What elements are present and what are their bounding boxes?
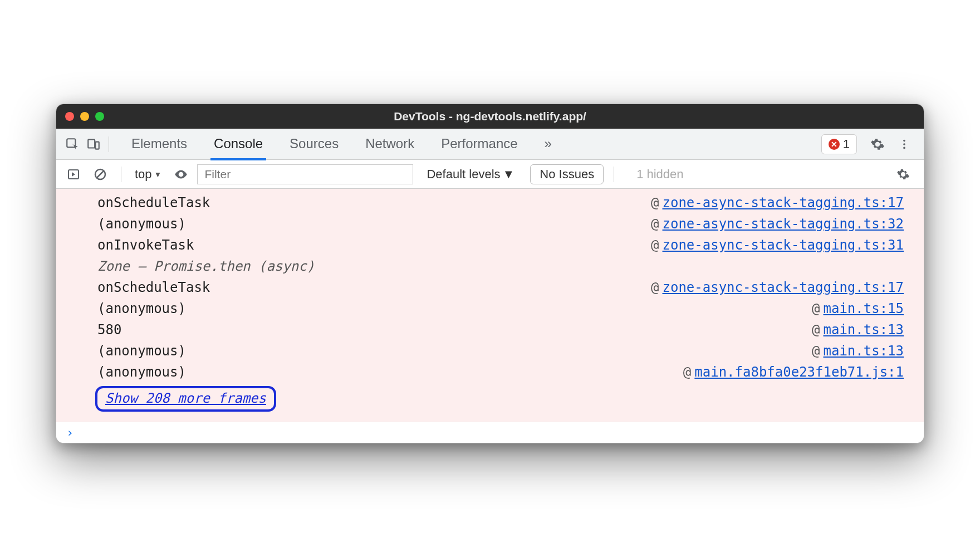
zoom-window-icon[interactable] [95, 112, 104, 121]
source-location-link[interactable]: main.ts:13 [824, 322, 904, 338]
stack-frame-location: @zone-async-stack-tagging.ts:32 [651, 216, 904, 232]
error-stack-trace: onScheduleTask@zone-async-stack-tagging.… [56, 189, 924, 422]
svg-rect-2 [95, 141, 99, 149]
close-window-icon[interactable] [65, 112, 74, 121]
hidden-messages-count: 1 hidden [636, 167, 683, 182]
svg-point-3 [903, 139, 905, 141]
stack-frame: onInvokeTask@zone-async-stack-tagging.ts… [56, 235, 924, 256]
tab-sources[interactable]: Sources [286, 129, 342, 159]
source-location-link[interactable]: zone-async-stack-tagging.ts:17 [663, 195, 904, 211]
context-selector[interactable]: top ▼ [131, 165, 165, 184]
clear-console-icon[interactable] [90, 164, 111, 185]
stack-frame: (anonymous)@main.fa8bfa0e23f1eb71.js:1 [56, 362, 924, 383]
stack-frame-function: onScheduleTask [97, 195, 651, 211]
svg-point-5 [903, 146, 905, 149]
tab-performance[interactable]: Performance [438, 129, 521, 159]
source-location-link[interactable]: zone-async-stack-tagging.ts:17 [663, 280, 904, 295]
chevron-down-icon: ▼ [503, 167, 515, 182]
devtools-tabbar: Elements Console Sources Network Perform… [56, 129, 924, 160]
console-messages: onScheduleTask@zone-async-stack-tagging.… [56, 189, 924, 443]
stack-frame-function: onScheduleTask [97, 280, 651, 295]
stack-frame-function: (anonymous) [97, 343, 812, 359]
issues-button[interactable]: No Issues [530, 164, 604, 184]
error-count-badge[interactable]: ✕ 1 [821, 134, 857, 154]
toggle-sidebar-icon[interactable] [63, 164, 84, 185]
svg-point-4 [903, 143, 905, 145]
stack-frame: Zone — Promise.then (async) [56, 256, 924, 277]
stack-frame-location: @main.ts:13 [812, 343, 904, 359]
svg-line-8 [97, 171, 104, 178]
stack-frame-function: onInvokeTask [97, 237, 651, 253]
window-titlebar: DevTools - ng-devtools.netlify.app/ [56, 104, 924, 129]
tab-elements[interactable]: Elements [128, 129, 190, 159]
console-settings-gear-icon[interactable] [893, 164, 914, 185]
error-icon: ✕ [829, 139, 840, 150]
at-symbol: @ [812, 301, 820, 316]
context-label: top [135, 167, 152, 182]
kebab-menu-icon[interactable] [894, 134, 915, 155]
tab-console[interactable]: Console [210, 129, 266, 160]
stack-frame-location: @zone-async-stack-tagging.ts:17 [651, 280, 904, 295]
stack-frame-location: @zone-async-stack-tagging.ts:17 [651, 195, 904, 211]
divider [614, 167, 614, 182]
log-levels-selector[interactable]: Default levels ▼ [427, 167, 514, 182]
at-symbol: @ [651, 195, 659, 211]
stack-frame-function: (anonymous) [97, 364, 683, 380]
tab-network[interactable]: Network [362, 129, 418, 159]
source-location-link[interactable]: main.ts:13 [824, 343, 904, 359]
console-toolbar: top ▼ Default levels ▼ No Issues 1 hidde… [56, 160, 924, 189]
divider [109, 136, 109, 152]
stack-frame-function: 580 [97, 322, 812, 338]
at-symbol: @ [651, 237, 659, 253]
panel-tabs: Elements Console Sources Network Perform… [128, 129, 555, 159]
stack-frame: (anonymous)@main.ts:13 [56, 340, 924, 362]
divider [121, 167, 121, 182]
live-expression-eye-icon[interactable] [170, 164, 192, 185]
stack-frame-function: (anonymous) [97, 301, 812, 316]
prompt-caret-icon: › [66, 426, 74, 439]
stack-frame-location: @main.fa8bfa0e23f1eb71.js:1 [683, 364, 904, 380]
filter-input[interactable] [197, 164, 413, 184]
at-symbol: @ [651, 280, 659, 295]
at-symbol: @ [683, 364, 691, 380]
stack-frame-location: @main.ts:15 [812, 301, 904, 316]
device-toolbar-icon[interactable] [83, 134, 104, 155]
settings-gear-icon[interactable] [867, 134, 888, 155]
stack-frame: (anonymous)@zone-async-stack-tagging.ts:… [56, 213, 924, 235]
at-symbol: @ [812, 343, 820, 359]
console-prompt[interactable]: › [56, 422, 924, 443]
tab-overflow-icon[interactable]: » [541, 129, 555, 159]
log-levels-label: Default levels [427, 167, 500, 182]
devtools-window: DevTools - ng-devtools.netlify.app/ Elem… [56, 104, 924, 443]
window-title: DevTools - ng-devtools.netlify.app/ [394, 110, 586, 123]
stack-frame: 580@main.ts:13 [56, 319, 924, 340]
source-location-link[interactable]: zone-async-stack-tagging.ts:32 [663, 216, 904, 232]
stack-frame: onScheduleTask@zone-async-stack-tagging.… [56, 277, 924, 298]
at-symbol: @ [812, 322, 820, 338]
minimize-window-icon[interactable] [80, 112, 89, 121]
stack-frame: onScheduleTask@zone-async-stack-tagging.… [56, 192, 924, 213]
stack-frame-location: @main.ts:13 [812, 322, 904, 338]
inspect-element-icon[interactable] [62, 134, 83, 155]
source-location-link[interactable]: main.fa8bfa0e23f1eb71.js:1 [694, 364, 904, 380]
stack-frame: (anonymous)@main.ts:15 [56, 298, 924, 319]
error-count: 1 [843, 137, 850, 152]
at-symbol: @ [651, 216, 659, 232]
traffic-lights [65, 112, 104, 121]
stack-frame-location: @zone-async-stack-tagging.ts:31 [651, 237, 904, 253]
stack-frame-function: Zone — Promise.then (async) [97, 258, 904, 274]
chevron-down-icon: ▼ [154, 170, 162, 179]
show-more-frames-link[interactable]: Show 208 more frames [95, 386, 276, 412]
source-location-link[interactable]: main.ts:15 [824, 301, 904, 316]
stack-frame-function: (anonymous) [97, 216, 651, 232]
svg-rect-1 [88, 139, 95, 148]
source-location-link[interactable]: zone-async-stack-tagging.ts:31 [663, 237, 904, 253]
